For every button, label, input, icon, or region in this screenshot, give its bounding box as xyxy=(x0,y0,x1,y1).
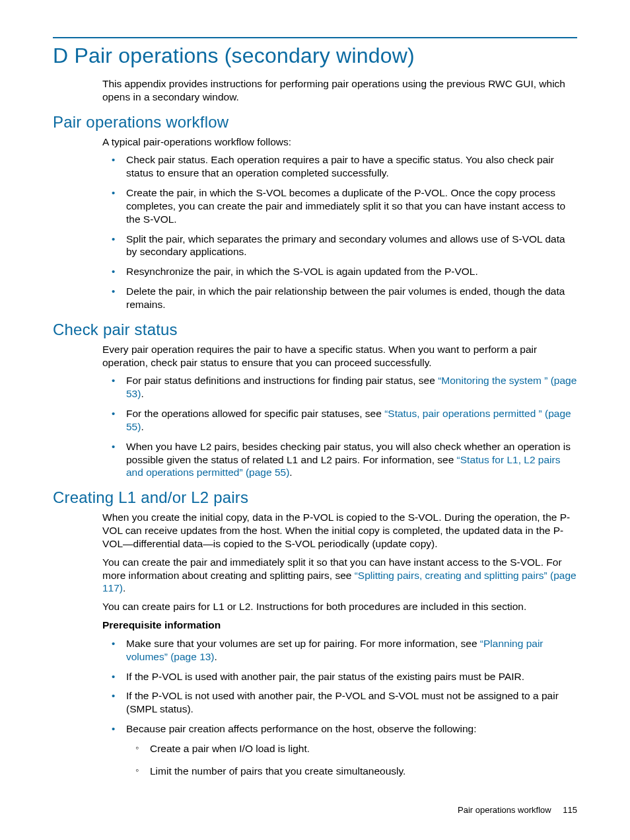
intro-text: This appendix provides instructions for … xyxy=(102,77,577,104)
create-p2: You can create the pair and immediately … xyxy=(102,556,577,595)
page-content: D Pair operations (secondary window) Thi… xyxy=(0,0,630,813)
appendix-title: D Pair operations (secondary window) xyxy=(53,44,577,68)
list-item: Because pair creation affects performanc… xyxy=(126,722,577,777)
text-run: . xyxy=(141,388,143,399)
footer-text: Pair operations workflow xyxy=(458,805,551,815)
list-item: Resynchronize the pair, in which the S-V… xyxy=(126,265,577,278)
list-item: Split the pair, which separates the prim… xyxy=(126,233,577,259)
list-item: Delete the pair, in which the pair relat… xyxy=(126,285,577,311)
list-item: For the operations allowed for specific … xyxy=(126,407,577,434)
list-item: Create the pair, in which the S-VOL beco… xyxy=(126,186,577,225)
section-create-body: When you create the initial copy, data i… xyxy=(53,511,577,777)
list-item: Limit the number of pairs that you creat… xyxy=(150,765,577,778)
text-run: Because pair creation affects performanc… xyxy=(126,723,476,734)
prereq-heading: Prerequisite information xyxy=(102,619,577,632)
prereq-label: Prerequisite information xyxy=(102,619,221,630)
create-list: Make sure that your volumes are set up f… xyxy=(102,637,577,778)
section-workflow-title: Pair operations workflow xyxy=(53,113,577,132)
list-item: If the P-VOL is used with another pair, … xyxy=(126,670,577,683)
text-run: . xyxy=(289,467,292,478)
list-item: Create a pair when I/O load is light. xyxy=(150,742,577,755)
list-item: Make sure that your volumes are set up f… xyxy=(126,637,577,664)
create-p3: You can create pairs for L1 or L2. Instr… xyxy=(102,600,577,613)
list-item: For pair status definitions and instruct… xyxy=(126,374,577,401)
create-p1: When you create the initial copy, data i… xyxy=(102,511,577,550)
list-item: If the P-VOL is not used with another pa… xyxy=(126,689,577,716)
page-footer: Pair operations workflow 115 xyxy=(458,805,577,815)
check-list: For pair status definitions and instruct… xyxy=(102,374,577,479)
intro-block: This appendix provides instructions for … xyxy=(53,77,577,104)
text-run: Make sure that your volumes are set up f… xyxy=(126,638,480,649)
list-item: Check pair status. Each operation requir… xyxy=(126,153,577,180)
top-rule xyxy=(53,37,577,38)
text-run: For pair status definitions and instruct… xyxy=(126,375,438,386)
text-run: . xyxy=(123,582,125,593)
list-item: When you have L2 pairs, besides checking… xyxy=(126,440,577,479)
text-run: For the operations allowed for specific … xyxy=(126,408,384,419)
workflow-lead: A typical pair-operations workflow follo… xyxy=(102,135,577,149)
text-run: . xyxy=(141,421,143,432)
section-create-title: Creating L1 and/or L2 pairs xyxy=(53,488,577,507)
check-lead: Every pair operation requires the pair t… xyxy=(102,343,577,369)
section-check-body: Every pair operation requires the pair t… xyxy=(53,343,577,479)
section-check-title: Check pair status xyxy=(53,321,577,339)
section-workflow-body: A typical pair-operations workflow follo… xyxy=(53,135,577,311)
page-number: 115 xyxy=(563,805,577,815)
workflow-list: Check pair status. Each operation requir… xyxy=(102,153,577,311)
create-sublist: Create a pair when I/O load is light. Li… xyxy=(126,742,577,778)
text-run: . xyxy=(215,651,217,662)
